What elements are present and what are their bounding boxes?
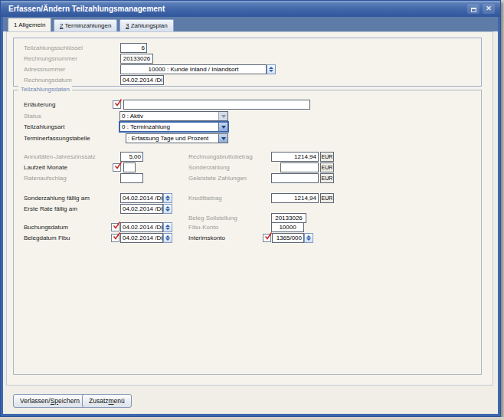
adressnummer-spinner[interactable] [267, 64, 276, 74]
button-label: enü [114, 397, 125, 405]
unit-eur: EUR [320, 173, 334, 183]
button-label: Verlassen/ [20, 397, 51, 405]
label-sonderzahlung-faellig-am: Sonderzahlung fällig am [24, 195, 90, 202]
status-value: 0 : Aktiv [122, 113, 143, 120]
field-sonderzahlung-faellig-am[interactable]: 04.02.2014 /Di [120, 193, 163, 203]
label-teilzahlungsart: Teilzahlungsart [24, 123, 64, 130]
buchungsdatum-spinner[interactable] [163, 222, 172, 232]
verlassen-speichern-button[interactable]: Verlassen/Speichern [13, 394, 87, 408]
restore-icon[interactable] [467, 4, 479, 14]
teilzahlungsart-combobox[interactable]: 0 : Terminzahlung [119, 122, 228, 132]
label-rechnungsdatum: Rechnungsdatum [24, 77, 72, 84]
erlaeuterung-checkbox[interactable] [113, 100, 121, 109]
tab-page-allgemein: Teilzahlungsschlüssel 6 Rechnungsnummer … [6, 31, 493, 386]
tab-zahlungsplan[interactable]: 3 Zahlungsplan [119, 19, 174, 31]
spin-up-icon [165, 225, 170, 227]
spin-down-icon [165, 209, 170, 212]
label-erlaeuterung: Erläuterung [24, 101, 55, 108]
tab-terminzahlungen[interactable]: 2 Terminzahlungen [54, 19, 117, 31]
terminerfassungstabelle-combobox[interactable]: : Erfassung Tage und Prozent [126, 133, 228, 143]
zusatzmenu-button[interactable]: Zusatzmenü [82, 394, 132, 408]
field-annuitaeten[interactable]: 5,00 [120, 152, 143, 162]
dialog-window: Erfassen/Ändern Teilzahlungsmanagement ✕… [0, 0, 501, 417]
tab-label: 1 Allgemein [14, 21, 45, 28]
field-interimskonto[interactable]: 1365/000 [272, 233, 304, 243]
sonderzahlung-faellig-spinner[interactable] [163, 193, 172, 203]
field-sonderzahlung[interactable] [280, 162, 319, 172]
buchungsdatum-checkbox[interactable] [111, 223, 119, 231]
teilzahlungsart-value: 0 : Terminzahlung [122, 123, 170, 130]
button-label: Zusatz [89, 397, 109, 405]
label-terminerfassungstabelle: Terminerfassungstabelle [24, 135, 90, 142]
close-icon[interactable]: ✕ [483, 4, 495, 14]
spin-down-icon [165, 228, 170, 230]
status-combobox[interactable]: 0 : Aktiv [119, 111, 228, 121]
label-annuitaeten: Annuitäten-Jahreszinssatz [24, 153, 96, 160]
red-check-icon [113, 99, 123, 107]
spin-up-icon [165, 235, 170, 238]
dropdown-arrow-icon [218, 112, 227, 120]
belegdatum-fibu-checkbox[interactable] [111, 234, 119, 242]
spin-up-icon [306, 235, 311, 238]
label-erste-rate-faellig-am: Erste Rate fällig am [24, 205, 77, 212]
label-ratenaufschlag: Ratenaufschlag [24, 175, 67, 182]
tab-label: Zahlungsplan [129, 22, 167, 29]
label-sonderzahlung: Sonderzahlung [188, 164, 230, 171]
label-kreditbetrag: Kreditbetrag [188, 195, 222, 202]
invoice-header-panel: Teilzahlungsschlüssel 6 Rechnungsnummer … [13, 38, 482, 87]
tab-allgemein[interactable]: 1 Allgemein [8, 18, 51, 31]
label-beleg-sollstellung: Beleg Sollstellung [188, 215, 237, 221]
button-accel: Sp [51, 397, 58, 405]
laufzeit-checkbox[interactable] [113, 163, 121, 172]
spin-down-icon [306, 238, 311, 241]
tab-label: Terminzahlungen [63, 22, 111, 29]
field-adressnummer[interactable]: 10000 : Kunde Inland / Inlandsort [120, 64, 267, 74]
field-erste-rate-faellig-am[interactable]: 04.02.2014 /Di [120, 204, 163, 214]
field-kreditbetrag[interactable]: 1214,94 [271, 193, 319, 203]
field-belegdatum-fibu[interactable]: 04.02.2014 /Di [120, 233, 163, 243]
field-buchungsdatum[interactable]: 04.02.2014 /Di [120, 222, 163, 232]
field-rechnungsbruttobetrag[interactable]: 1214,94 [271, 152, 319, 162]
button-accel: m [109, 397, 114, 405]
dropdown-arrow-icon [218, 123, 227, 131]
label-fibu-konto: Fibu-Konto [188, 224, 218, 231]
field-ratenaufschlag[interactable] [120, 173, 143, 183]
label-adressnummer: Adressnummer [24, 66, 65, 73]
interimskonto-spinner[interactable] [304, 233, 313, 243]
label-buchungsdatum: Buchungsdatum [24, 224, 68, 231]
titlebar: Erfassen/Ändern Teilzahlungsmanagement ✕ [1, 1, 500, 17]
label-teilzahlungsschluessel: Teilzahlungsschlüssel [24, 44, 83, 51]
button-label: eichern [58, 397, 80, 405]
label-interimskonto: Interimskonto [188, 235, 225, 241]
dropdown-arrow-icon [218, 134, 227, 143]
belegdatum-fibu-spinner[interactable] [163, 233, 172, 243]
spin-up-icon [165, 195, 170, 198]
field-teilzahlungsschluessel[interactable]: 6 [120, 43, 147, 53]
terminerfassungstabelle-value: : Erfassung Tage und Prozent [128, 135, 208, 142]
field-erlaeuterung[interactable] [123, 100, 310, 110]
spin-up-icon [269, 67, 273, 69]
label-status: Status [24, 113, 41, 120]
unit-eur: EUR [320, 193, 334, 203]
label-rechnungsnummer: Rechnungsnummer [24, 55, 77, 62]
label-geleistete-zahlungen: Geleistete Zahlungen [188, 175, 247, 182]
unit-eur: EUR [320, 152, 334, 162]
spin-down-icon [165, 238, 170, 241]
erste-rate-spinner[interactable] [163, 204, 172, 214]
label-laufzeit-monate: Laufzeit Monate [24, 164, 67, 171]
unit-eur: EUR [320, 162, 334, 172]
tab-bar: 1 Allgemein 2 Terminzahlungen 3 Zahlungs… [3, 17, 498, 31]
dialog-body: 1 Allgemein 2 Terminzahlungen 3 Zahlungs… [1, 17, 500, 416]
interimskonto-checkbox[interactable] [263, 234, 271, 242]
field-geleistete-zahlungen[interactable] [271, 173, 319, 183]
field-laufzeit-monate[interactable] [123, 162, 136, 172]
label-rechnungsbruttobetrag: Rechnungsbruttobetrag [188, 153, 253, 160]
red-check-icon [113, 162, 123, 170]
spin-up-icon [165, 206, 170, 208]
label-belegdatum-fibu: Belegdatum Fibu [24, 235, 70, 241]
field-rechnungsnummer[interactable]: 20133026 [120, 54, 153, 64]
window-title: Erfassen/Ändern Teilzahlungsmanagement [8, 1, 165, 17]
field-fibu-konto[interactable]: 10000 [271, 222, 304, 232]
field-rechnungsdatum[interactable]: 04.02.2014 /Di [120, 75, 164, 85]
group-title: Teilzahlungsdaten [18, 86, 72, 93]
